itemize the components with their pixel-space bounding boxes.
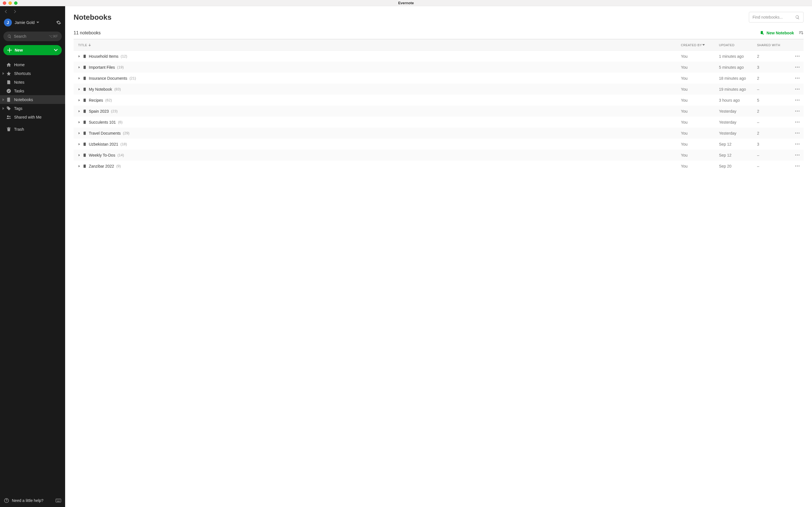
arrow-down-icon — [88, 44, 91, 47]
row-shared-with: 2 — [757, 109, 791, 114]
check-circle-icon — [6, 89, 11, 94]
more-icon[interactable] — [795, 66, 800, 68]
find-notebooks-input[interactable]: Find notebooks... — [749, 12, 804, 22]
sidebar-label: Shared with Me — [14, 115, 42, 119]
user-row[interactable]: J Jamie Gold — [0, 15, 65, 29]
sidebar-item-home[interactable]: Home — [0, 60, 65, 69]
minimize-window-button[interactable] — [8, 1, 12, 5]
caret-right-icon[interactable] — [78, 110, 80, 112]
more-icon[interactable] — [795, 132, 800, 134]
caret-right-icon[interactable] — [2, 72, 5, 75]
sidebar-item-trash[interactable]: Trash — [0, 125, 65, 133]
sidebar-item-tags[interactable]: Tags — [0, 104, 65, 113]
caret-right-icon[interactable] — [78, 132, 80, 134]
notebook-count-badge: (9) — [116, 164, 121, 168]
caret-right-icon[interactable] — [2, 107, 5, 110]
close-window-button[interactable] — [3, 1, 6, 5]
row-updated: 1 minutes ago — [719, 54, 757, 59]
caret-right-icon[interactable] — [78, 55, 80, 57]
row-actions — [791, 154, 804, 156]
table-row[interactable]: My Notebook (83) You 19 minutes ago – — [73, 83, 804, 95]
sort-icon[interactable] — [799, 31, 804, 36]
nav-list: Home Shortcuts Notes Tasks Notebooks — [0, 60, 65, 495]
new-notebook-label: New Notebook — [767, 31, 794, 35]
row-updated: Sep 20 — [719, 164, 757, 168]
notebook-count-badge: (12) — [121, 54, 127, 58]
caret-right-icon[interactable] — [78, 165, 80, 167]
svg-point-18 — [799, 78, 799, 78]
caret-right-icon[interactable] — [78, 77, 80, 79]
more-icon[interactable] — [795, 165, 800, 167]
column-updated[interactable]: UPDATED — [719, 43, 757, 47]
row-actions — [791, 66, 804, 68]
table-row[interactable]: Insurance Documents (21) You 18 minutes … — [73, 73, 804, 83]
more-icon[interactable] — [795, 89, 800, 90]
sidebar-item-tasks[interactable]: Tasks — [0, 87, 65, 95]
forward-icon[interactable] — [13, 10, 17, 13]
svg-rect-7 — [58, 500, 59, 500]
svg-point-27 — [799, 111, 799, 112]
more-icon[interactable] — [795, 121, 800, 123]
sidebar-item-shortcuts[interactable]: Shortcuts — [0, 69, 65, 78]
caret-right-icon[interactable] — [78, 143, 80, 145]
caret-right-icon[interactable] — [78, 99, 80, 101]
caret-right-icon[interactable] — [78, 88, 80, 91]
caret-right-icon[interactable] — [78, 154, 80, 156]
svg-point-32 — [797, 133, 798, 133]
more-icon[interactable] — [795, 100, 800, 101]
table-row[interactable]: Uzbekistan 2021 (18) You Sep 12 3 — [73, 138, 804, 150]
column-created-by[interactable]: CREATED BY — [681, 43, 719, 47]
back-icon[interactable] — [4, 10, 8, 13]
notebook-count-badge: (19) — [117, 65, 124, 69]
table-row[interactable]: Recipes (62) You 3 hours ago 5 — [73, 95, 804, 106]
caret-right-icon[interactable] — [78, 121, 80, 123]
table-row[interactable]: Zanzibar 2022 (9) You Sep 20 – — [73, 161, 804, 172]
table-row[interactable]: Household Items (12) You 1 minutes ago 2 — [73, 51, 804, 62]
row-actions — [791, 89, 804, 90]
help-icon[interactable] — [4, 498, 9, 503]
row-updated: 3 hours ago — [719, 98, 757, 103]
row-actions — [791, 132, 804, 134]
more-icon[interactable] — [795, 154, 800, 156]
caret-right-icon[interactable] — [78, 66, 80, 68]
row-created-by: You — [681, 76, 719, 80]
row-created-by: You — [681, 109, 719, 114]
caret-right-icon[interactable] — [2, 98, 5, 101]
keyboard-icon[interactable] — [56, 498, 61, 503]
search-placeholder: Search — [14, 34, 49, 39]
traffic-lights — [3, 1, 17, 5]
row-title-cell: Zanzibar 2022 (9) — [73, 164, 681, 168]
chevron-down-icon — [54, 48, 58, 52]
more-icon[interactable] — [795, 144, 800, 145]
table-row[interactable]: Travel Documents (29) You Yesterday 2 — [73, 128, 804, 138]
svg-point-30 — [799, 122, 799, 122]
notebook-icon — [83, 131, 87, 135]
row-created-by: You — [681, 164, 719, 168]
sidebar-item-notebooks[interactable]: Notebooks — [0, 95, 65, 104]
gear-icon[interactable] — [56, 20, 61, 25]
more-icon[interactable] — [795, 77, 800, 79]
more-icon[interactable] — [795, 55, 800, 57]
sidebar-item-shared[interactable]: Shared with Me — [0, 113, 65, 121]
svg-point-20 — [797, 89, 798, 90]
notebook-icon — [83, 142, 87, 146]
svg-point-14 — [797, 67, 798, 68]
row-title-cell: Household Items (12) — [73, 54, 681, 59]
table-row[interactable]: Succulents 101 (6) You Yesterday – — [73, 117, 804, 128]
search-input[interactable]: Search ⌥⌘F — [3, 32, 62, 41]
sidebar-label: Home — [14, 62, 24, 67]
new-notebook-button[interactable]: New Notebook — [760, 31, 794, 35]
column-title[interactable]: TITLE — [73, 43, 681, 47]
sidebar-item-notes[interactable]: Notes — [0, 78, 65, 87]
row-actions — [791, 77, 804, 79]
table-row[interactable]: Spain 2023 (23) You Yesterday 2 — [73, 106, 804, 117]
new-button[interactable]: New — [3, 45, 62, 55]
more-icon[interactable] — [795, 110, 800, 112]
table-row[interactable]: Weekly To-Dos (14) You Sep 12 – — [73, 150, 804, 161]
fullscreen-window-button[interactable] — [14, 1, 17, 5]
svg-point-22 — [795, 100, 796, 101]
column-shared-with[interactable]: SHARED WITH — [757, 43, 791, 47]
notebook-name: Weekly To-Dos — [89, 153, 115, 158]
help-label[interactable]: Need a little help? — [12, 498, 56, 503]
table-row[interactable]: Important Files (19) You 5 minutes ago 3 — [73, 62, 804, 73]
